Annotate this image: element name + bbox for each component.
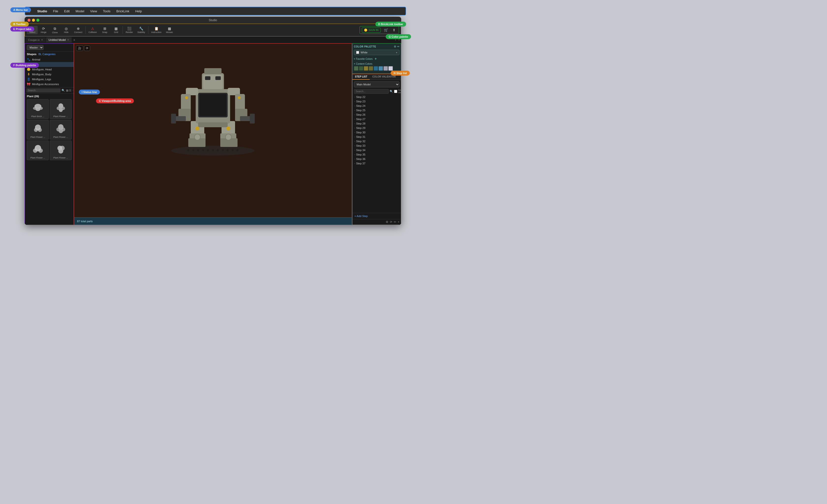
menu-file[interactable]: File — [53, 9, 58, 13]
toolbar-instruction[interactable]: 📋 Instruction — [149, 26, 164, 34]
toolbar-mosaic[interactable]: ▩ Mosaic — [164, 26, 175, 34]
bricklink-toolbar: 🟡 SIGN IN 🛒 ⬆ — [359, 26, 399, 34]
clone-icon: ⧉ — [54, 27, 56, 31]
add-step-button[interactable]: + Add Step — [352, 213, 401, 219]
svg-rect-50 — [171, 114, 176, 123]
step-item[interactable]: ›Step 22 — [352, 95, 401, 99]
tab-step-list[interactable]: STEP LIST — [352, 74, 370, 80]
color-swatch-6[interactable] — [384, 66, 388, 70]
viewport[interactable]: 🎥 ⟳ — [74, 43, 352, 225]
palette-item-3[interactable]: Plant Flower ... — [50, 120, 71, 140]
shape-item-minifig-legs[interactable]: 👖 Minifigure, Legs — [25, 77, 74, 82]
toolbar-grid[interactable]: ▦ Grid — [111, 26, 121, 34]
palette-item-5[interactable]: Plant Flower ... — [50, 141, 71, 160]
step-item[interactable]: ›Step 23 — [352, 99, 401, 104]
step-item[interactable]: ›Step 27 — [352, 117, 401, 121]
step-search-input[interactable] — [354, 89, 389, 94]
toolbar-hide[interactable]: ◎ Hide — [61, 26, 71, 34]
step-add-icon[interactable]: + — [398, 220, 399, 224]
tab-untitled-close[interactable]: ✕ — [67, 39, 69, 41]
shape-item-minifig-body[interactable]: 🧍 Minifigure, Body — [25, 72, 74, 77]
palette-item-1[interactable]: Plant Flower ... — [50, 99, 71, 119]
step-label: Step 35 — [356, 153, 366, 156]
palette-item-0[interactable]: Plant Brick ,.. — [27, 99, 49, 119]
bl-categories-link[interactable]: BL Categories — [38, 53, 55, 56]
cart-button[interactable]: 🛒 — [383, 27, 389, 33]
color-swatch-0[interactable] — [354, 66, 358, 70]
shape-item-minifig-acc[interactable]: 🎀 Minifigure Accessories — [25, 82, 74, 87]
toolbar-clone[interactable]: ⧉ Clone — [49, 26, 60, 35]
step-edit-icon[interactable]: ✏ — [394, 220, 396, 224]
menu-edit[interactable]: Edit — [64, 9, 70, 13]
close-button[interactable] — [28, 19, 31, 22]
step-item[interactable]: ›Step 35 — [352, 152, 401, 157]
color-dropdown[interactable]: White ▾ — [354, 50, 399, 55]
step-item[interactable]: ›Step 24 — [352, 104, 401, 108]
step-settings-icon[interactable]: ⚙ — [386, 220, 388, 224]
grid-icon: ▦ — [114, 27, 118, 31]
svg-point-7 — [59, 108, 63, 112]
step-item[interactable]: ›Step 26 — [352, 112, 401, 117]
camera-button[interactable]: 🎥 — [76, 46, 83, 51]
toolbar-stability[interactable]: 🔧 Stability — [135, 26, 147, 34]
menu-bricklink[interactable]: BrickLink — [116, 9, 130, 13]
color-swatch-7[interactable] — [388, 66, 393, 70]
shape-item-animal[interactable]: 🐾 Animal — [25, 57, 74, 62]
step-item[interactable]: ›Step 32 — [352, 139, 401, 144]
palette-item-4[interactable]: Plant Flower ... — [27, 141, 49, 160]
edit-palette-icon[interactable]: ✏ — [397, 45, 399, 48]
step-item[interactable]: ›Step 25 — [352, 108, 401, 112]
add-favorite-button[interactable]: + — [375, 57, 377, 61]
window-title: Studio — [209, 18, 217, 22]
step-item[interactable]: ›Step 31 — [352, 135, 401, 139]
step-item[interactable]: ›Step 34 — [352, 148, 401, 152]
step-item[interactable]: ›Step 30 — [352, 130, 401, 135]
step-item[interactable]: ›Step 36 — [352, 157, 401, 161]
filter-icon[interactable]: ⚙ — [394, 45, 396, 48]
toolbar-connect[interactable]: ⊕ Connect — [72, 26, 85, 34]
model-select[interactable]: Main Model — [354, 82, 399, 87]
svg-rect-55 — [204, 68, 222, 74]
upload-button[interactable]: ⬆ — [391, 27, 397, 33]
search-input[interactable] — [26, 88, 60, 93]
fav-chevron-icon: ▾ — [354, 58, 355, 60]
step-label: Step 29 — [356, 127, 366, 130]
step-item[interactable]: ›Step 29 — [352, 126, 401, 130]
shape-item-minifig-head[interactable]: 😊 Minifigure, Head — [25, 67, 74, 72]
step-refresh-icon[interactable]: ⟳ — [390, 220, 392, 224]
step-item[interactable]: ›Step 28 — [352, 121, 401, 126]
color-swatch-2[interactable] — [364, 66, 368, 70]
step-label: Step 28 — [356, 122, 366, 125]
tab-cougar-close[interactable]: ✕ — [41, 39, 43, 41]
master-dropdown[interactable]: Master — [27, 45, 44, 50]
label-g: G Color palette — [386, 34, 411, 39]
menu-view[interactable]: View — [90, 9, 97, 13]
toolbar-snap[interactable]: ⊞ Snap — [99, 26, 110, 34]
list-view-icon[interactable]: ☰ — [69, 89, 71, 92]
grid-view-icon[interactable]: ▦ — [66, 89, 68, 92]
color-swatch-5[interactable] — [379, 66, 383, 70]
step-view-checkbox[interactable] — [394, 90, 397, 93]
fullscreen-button[interactable] — [37, 19, 39, 22]
palette-name-0: Plant Brick ,.. — [31, 115, 44, 118]
toolbar-collision[interactable]: ⚠ Collision — [87, 26, 99, 34]
palette-item-2[interactable]: Plant Flower ... — [27, 120, 49, 140]
step-item[interactable]: ›Step 33 — [352, 144, 401, 148]
step-label: Step 24 — [356, 104, 366, 107]
color-swatch-4[interactable] — [374, 66, 378, 70]
add-tab-button[interactable]: + — [72, 38, 76, 42]
color-swatch-3[interactable] — [369, 66, 373, 70]
menu-model[interactable]: Model — [76, 9, 84, 13]
color-swatch-1[interactable] — [359, 66, 363, 70]
menu-help[interactable]: Help — [135, 9, 142, 13]
step-item[interactable]: ›Step 37 — [352, 161, 401, 166]
tab-untitled[interactable]: Untitled Model ✕ — [46, 37, 71, 43]
toolbar-hinge[interactable]: ⟳ Hinge — [38, 26, 49, 34]
menu-tools[interactable]: Tools — [103, 9, 110, 13]
toolbar-render[interactable]: ⬛ Render — [124, 26, 135, 34]
minimize-button[interactable] — [32, 19, 35, 22]
orbit-button[interactable]: ⟳ — [84, 46, 90, 51]
sign-in-button[interactable]: 🟡 SIGN IN — [362, 28, 381, 33]
step-chevron-icon: › — [354, 136, 355, 138]
tab-cougar[interactable]: Cougar.io ✕ — [26, 37, 46, 43]
